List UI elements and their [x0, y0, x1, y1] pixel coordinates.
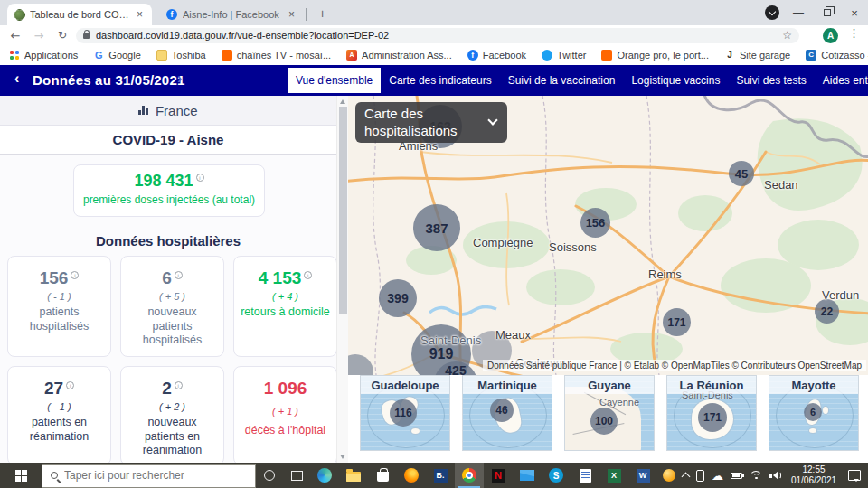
prev-date-icon[interactable]: ‹: [14, 70, 19, 87]
menu-logistique-vaccins[interactable]: Logistique vaccins: [623, 68, 728, 93]
taskbar-search[interactable]: [42, 464, 256, 488]
back-icon[interactable]: ←: [5, 25, 25, 45]
bookmark-applications[interactable]: Applications: [9, 50, 78, 61]
menu-aides-entreprises[interactable]: Aides entreprises: [815, 68, 868, 93]
scroll-up-icon[interactable]: [340, 99, 345, 104]
card-nouveaux-hospitalises[interactable]: 6i ( + 5 ) nouveaux patients hospitalisé…: [120, 256, 224, 357]
address-bar[interactable]: dashboard.covid19.data.gouv.fr/vue-d-ens…: [76, 28, 799, 43]
bookmark-facebook[interactable]: fFacebook: [467, 50, 526, 61]
tab-covid-dashboard[interactable]: Tableau de bord COVID-19 Suivi ×: [7, 4, 152, 25]
map-layer-selector[interactable]: Carte des hospitalisations: [355, 102, 507, 143]
window-minimize-button[interactable]: —: [785, 0, 812, 25]
territory-bubble[interactable]: 6: [804, 403, 822, 421]
taskbar-skype[interactable]: S: [542, 463, 571, 488]
menu-suivi-vaccination[interactable]: Suivi de la vaccination: [500, 68, 624, 93]
territory-la-reunion[interactable]: Saint-Denis 171 La Réunion: [666, 375, 757, 451]
cortana-button[interactable]: [256, 463, 283, 488]
bookmark-toshiba[interactable]: Toshiba: [156, 50, 206, 61]
new-tab-button[interactable]: +: [315, 5, 330, 21]
territory-bubble[interactable]: 116: [390, 399, 417, 427]
taskbar-store[interactable]: [368, 463, 397, 488]
taskbar-netflix[interactable]: N: [484, 463, 513, 488]
battery-icon[interactable]: [731, 473, 742, 479]
url-text[interactable]: dashboard.covid19.data.gouv.fr/vue-d-ens…: [96, 30, 776, 41]
territory-bubble[interactable]: 46: [490, 399, 514, 422]
info-icon[interactable]: i: [175, 381, 183, 389]
taskbar-excel[interactable]: X: [599, 463, 628, 488]
info-icon[interactable]: i: [304, 271, 312, 279]
map-bubble-399[interactable]: 399: [379, 279, 417, 317]
tray-app-icon[interactable]: [663, 469, 675, 482]
stat-delta: ( + 1 ): [234, 406, 336, 417]
start-button[interactable]: [0, 463, 42, 488]
info-icon[interactable]: i: [71, 271, 79, 279]
menu-carte-indicateurs[interactable]: Carte des indicateurs: [381, 68, 499, 93]
taskbar-clock[interactable]: 12:55 01/06/2021: [788, 465, 839, 486]
card-retours-domicile[interactable]: 4 153i ( + 4 ) retours à domicile: [233, 256, 337, 357]
card-patients-reanimation[interactable]: 27i ( - 1 ) patients en réanimation: [7, 366, 111, 463]
tray-expand-icon[interactable]: [682, 473, 691, 482]
scrollbar-thumb[interactable]: [339, 107, 347, 314]
volume-icon[interactable]: [769, 471, 781, 480]
region-selector[interactable]: France: [0, 96, 336, 126]
excel-icon: X: [608, 469, 621, 483]
bookmark-star-icon[interactable]: ☆: [782, 29, 792, 42]
territory-bubble[interactable]: 171: [698, 403, 727, 432]
tab-close-icon[interactable]: ×: [287, 8, 297, 21]
taskbar-chrome-active[interactable]: [455, 463, 484, 488]
bookmark-orange-pro[interactable]: Orange pro, le port...: [601, 50, 709, 61]
bookmark-administration[interactable]: AAdministration Ass...: [346, 50, 452, 61]
reload-icon[interactable]: ↻: [52, 25, 72, 45]
task-view-button[interactable]: [283, 463, 310, 488]
taskbar-mail[interactable]: [513, 463, 542, 488]
profile-avatar[interactable]: A: [823, 28, 838, 43]
territory-mayotte[interactable]: 6 Mayotte: [769, 375, 859, 451]
territory-bubble[interactable]: 100: [590, 408, 618, 435]
tab-search-icon[interactable]: [765, 5, 779, 20]
phone-link-icon[interactable]: [696, 470, 704, 482]
next-date-icon[interactable]: ›: [177, 70, 182, 87]
cotizasso-icon: C: [806, 50, 816, 61]
territory-guyane[interactable]: Cayenne 100 Guyane: [564, 375, 655, 451]
tab-facebook[interactable]: f Aisne-Info | Facebook ×: [159, 4, 304, 25]
map-bubble-156[interactable]: 156: [580, 208, 610, 238]
info-icon[interactable]: i: [175, 271, 183, 279]
taskbar-bing[interactable]: B.: [426, 463, 455, 488]
vaccine-doses-card[interactable]: 198 431i premières doses injectées (au t…: [73, 164, 265, 217]
taskbar-explorer[interactable]: [339, 463, 368, 488]
territory-guadeloupe[interactable]: 116 Guadeloupe: [360, 375, 450, 451]
card-nouveaux-reanimation[interactable]: 2i ( + 2 ) nouveaux patients en réanimat…: [120, 366, 224, 463]
tab-close-icon[interactable]: ×: [135, 8, 145, 21]
menu-vue-densemble[interactable]: Vue d'ensemble: [288, 68, 381, 93]
info-icon[interactable]: i: [196, 174, 204, 182]
window-close-button[interactable]: ×: [841, 0, 868, 25]
taskbar-notes[interactable]: [571, 463, 599, 488]
card-deces-hopital[interactable]: 1 096 ( + 1 ) décès à l'hôpital: [233, 366, 337, 463]
wifi-icon[interactable]: [750, 471, 762, 481]
info-icon[interactable]: i: [66, 381, 74, 389]
sidebar-scrollbar[interactable]: [336, 96, 348, 463]
map-bubble-45[interactable]: 45: [729, 161, 754, 186]
hospitalisations-map[interactable]: Amiens Compiègne Soissons Reims Sedan Ve…: [348, 96, 868, 375]
action-center-icon[interactable]: [848, 470, 861, 481]
card-patients-hospitalises[interactable]: 156i ( - 1 ) patients hospitalisés: [7, 256, 111, 357]
bookmark-cotizasso[interactable]: CCotizasso - Collecte...: [806, 50, 868, 61]
taskbar-edge[interactable]: [310, 463, 339, 488]
map-bubble-387[interactable]: 387: [413, 204, 460, 251]
map-bubble-22[interactable]: 22: [815, 299, 839, 324]
scroll-down-icon[interactable]: [340, 455, 345, 459]
browser-menu-icon[interactable]: ⋮: [848, 26, 860, 40]
bookmark-site-garage[interactable]: JSite garage: [724, 50, 790, 61]
menu-suivi-tests[interactable]: Suivi des tests: [728, 68, 814, 93]
bookmark-chaines-tv[interactable]: chaînes TV - mosaï...: [222, 50, 331, 61]
taskbar-word[interactable]: W: [628, 463, 657, 488]
bookmark-twitter[interactable]: Twitter: [542, 50, 586, 61]
window-restore-button[interactable]: [814, 0, 841, 25]
map-bubble-171[interactable]: 171: [663, 308, 691, 336]
bookmark-google[interactable]: GGoogle: [93, 50, 140, 61]
territory-martinique[interactable]: 46 Martinique: [462, 375, 552, 451]
taskbar-firefox[interactable]: [397, 463, 426, 488]
island-shape: [411, 428, 420, 434]
onedrive-icon[interactable]: ☁: [712, 470, 723, 482]
search-input[interactable]: [64, 469, 227, 482]
